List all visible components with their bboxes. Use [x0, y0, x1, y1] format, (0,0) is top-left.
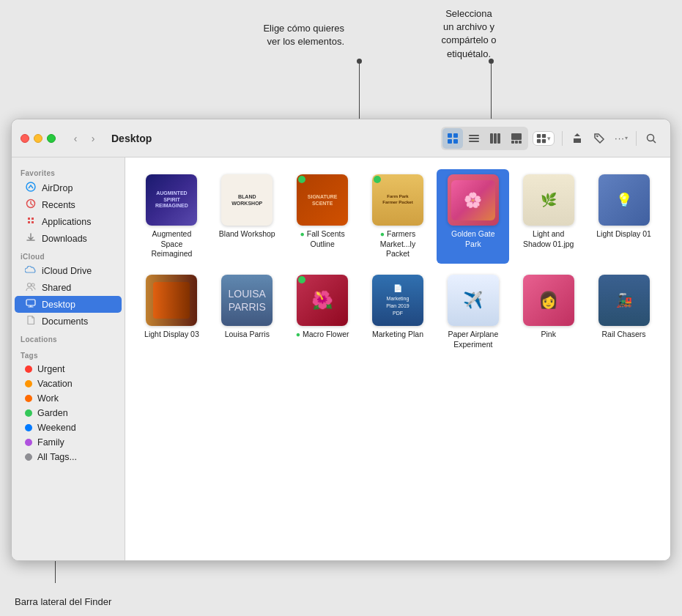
sidebar-label-applications: Applications	[42, 217, 91, 227]
sidebar-item-desktop[interactable]: Desktop	[15, 296, 122, 313]
svg-rect-12	[515, 141, 518, 144]
list-view-button[interactable]	[464, 128, 484, 149]
sidebar-item-work[interactable]: Work	[15, 391, 122, 406]
search-button[interactable]	[641, 128, 661, 149]
documents-icon	[25, 315, 37, 327]
sidebar-item-applications[interactable]: Applications	[15, 213, 122, 230]
svg-point-19	[648, 134, 654, 141]
sidebar-item-garden[interactable]: Garden	[15, 406, 122, 420]
svg-rect-8	[494, 133, 497, 144]
file-icon-golden: 🌸	[447, 174, 500, 226]
column-view-button[interactable]	[485, 128, 505, 149]
svg-rect-9	[497, 133, 500, 144]
file-item-macro[interactable]: 🌺 ● Macro Flower	[286, 270, 359, 354]
file-label-macro: ● Macro Flower	[296, 330, 349, 340]
nav-arrows: ‹ ›	[67, 130, 101, 146]
svg-rect-1	[453, 133, 458, 138]
sidebar-item-urgent[interactable]: Urgent	[15, 362, 122, 376]
sidebar-item-icloud-drive[interactable]: iCloud Drive	[15, 263, 122, 279]
file-icon-fall: SIGNATURESCENTE	[296, 174, 349, 226]
file-item-pink[interactable]: 👩 Pink	[512, 270, 585, 354]
file-item-paper[interactable]: ✈️ Paper Airplane Experiment	[437, 270, 509, 354]
finder-window: ‹ › Desktop	[11, 119, 671, 561]
sidebar: Favorites AirDrop Recents	[12, 157, 125, 560]
svg-rect-14	[537, 133, 541, 137]
file-icon-pink: 👩	[522, 274, 575, 327]
file-item-rail[interactable]: 🚂 Rail Chasers	[588, 270, 660, 354]
files-grid: AUGMINTEDSPIRITREIMAGINED Augmented Spac…	[136, 169, 660, 354]
finder-body: Favorites AirDrop Recents	[12, 157, 670, 560]
close-button[interactable]	[21, 134, 29, 143]
tag-button[interactable]	[589, 128, 609, 149]
sidebar-item-airdrop[interactable]: AirDrop	[15, 179, 122, 196]
sidebar-item-all-tags[interactable]: All Tags...	[15, 450, 122, 464]
svg-rect-15	[542, 133, 546, 137]
annotation-line-left	[359, 60, 360, 119]
applications-icon	[25, 215, 37, 228]
gallery-view-button[interactable]	[506, 128, 527, 149]
traffic-lights	[21, 134, 56, 143]
sidebar-label-vacation: Vacation	[37, 379, 73, 389]
svg-rect-25	[26, 300, 35, 305]
file-label-light03: Light Display 03	[144, 330, 199, 340]
svg-rect-5	[469, 138, 479, 139]
file-label-augmented: Augmented Space Reimagined	[142, 229, 201, 259]
file-item-light-shadow[interactable]: 🌿 Light and Shadow 01.jpg	[512, 169, 585, 264]
file-icon-augmented: AUGMINTEDSPIRITREIMAGINED	[145, 174, 198, 226]
sidebar-label-downloads: Downloads	[42, 234, 87, 244]
svg-rect-0	[448, 133, 452, 138]
sidebar-item-documents[interactable]: Documents	[15, 313, 122, 330]
sidebar-label-urgent: Urgent	[37, 364, 65, 374]
group-button[interactable]: ▾	[533, 131, 555, 146]
toolbar-divider-2	[636, 131, 637, 146]
sidebar-item-family[interactable]: Family	[15, 435, 122, 450]
file-label-light01: Light Display 01	[596, 229, 651, 240]
sidebar-label-desktop: Desktop	[42, 300, 75, 310]
annotation-right: Seleccionaun archivo ycompártelo oetiqué…	[410, 7, 527, 61]
recents-icon	[25, 198, 37, 211]
annotation-dot-left	[357, 59, 362, 64]
sidebar-label-family: Family	[37, 437, 64, 448]
annotation-dot-right	[489, 59, 494, 64]
file-item-light01[interactable]: 💡 Light Display 01	[588, 169, 660, 264]
file-item-louisa[interactable]: LOUISAPARRIS Louisa Parris	[211, 270, 283, 354]
sidebar-item-recents[interactable]: Recents	[15, 196, 122, 213]
svg-rect-3	[453, 139, 458, 144]
file-item-marketing[interactable]: 📄 MarketingPlan 2019PDF Marketing Plan	[362, 270, 434, 354]
shared-icon	[25, 281, 37, 294]
sidebar-item-shared[interactable]: Shared	[15, 279, 122, 296]
file-icon-louisa: LOUISAPARRIS	[220, 274, 273, 327]
minimize-button[interactable]	[34, 134, 42, 143]
file-item-light03[interactable]: Light Display 03	[136, 270, 208, 354]
file-label-light-shadow: Light and Shadow 01.jpg	[519, 229, 578, 249]
file-item-farmers[interactable]: Farm ParkFarmer Packet ● Farmers Market.…	[362, 169, 434, 264]
fullscreen-button[interactable]	[47, 134, 56, 143]
svg-rect-6	[469, 141, 479, 142]
sidebar-label-work: Work	[37, 393, 59, 404]
file-icon-marketing: 📄 MarketingPlan 2019PDF	[371, 274, 424, 327]
file-label-fall: ● Fall Scents Outline	[293, 229, 352, 249]
sidebar-item-weekend[interactable]: Weekend	[15, 420, 122, 435]
forward-button[interactable]: ›	[85, 130, 101, 146]
file-item-golden[interactable]: 🌸 Golden Gate Park	[437, 169, 509, 264]
more-button[interactable]: ··· ▾	[611, 128, 631, 149]
icon-view-button[interactable]	[442, 128, 463, 149]
file-icon-paper: ✈️	[447, 274, 500, 327]
file-item-augmented[interactable]: AUGMINTEDSPIRITREIMAGINED Augmented Spac…	[136, 169, 208, 264]
annotation-left: Elige cómo quieresver los elementos.	[212, 22, 344, 48]
vacation-tag-dot	[25, 380, 32, 387]
sidebar-label-garden: Garden	[37, 408, 68, 418]
all-tags-icon	[25, 453, 32, 461]
sidebar-item-downloads[interactable]: Downloads	[15, 230, 122, 247]
favorites-section-title: Favorites	[12, 163, 125, 179]
file-item-fall[interactable]: SIGNATURESCENTE ● Fall Scents Outline	[286, 169, 359, 264]
toolbar-icons: ▾ ··· ▾	[441, 127, 661, 150]
sidebar-item-vacation[interactable]: Vacation	[15, 376, 122, 391]
file-icon-bland: BLANDWORKSHOP	[220, 174, 273, 226]
file-icon-rail: 🚂	[598, 274, 651, 327]
share-button[interactable]	[567, 128, 588, 149]
sidebar-label-recents: Recents	[42, 200, 75, 210]
back-button[interactable]: ‹	[67, 130, 84, 146]
file-item-bland[interactable]: BLANDWORKSHOP Bland Workshop	[211, 169, 283, 264]
sidebar-label-shared: Shared	[42, 283, 71, 293]
